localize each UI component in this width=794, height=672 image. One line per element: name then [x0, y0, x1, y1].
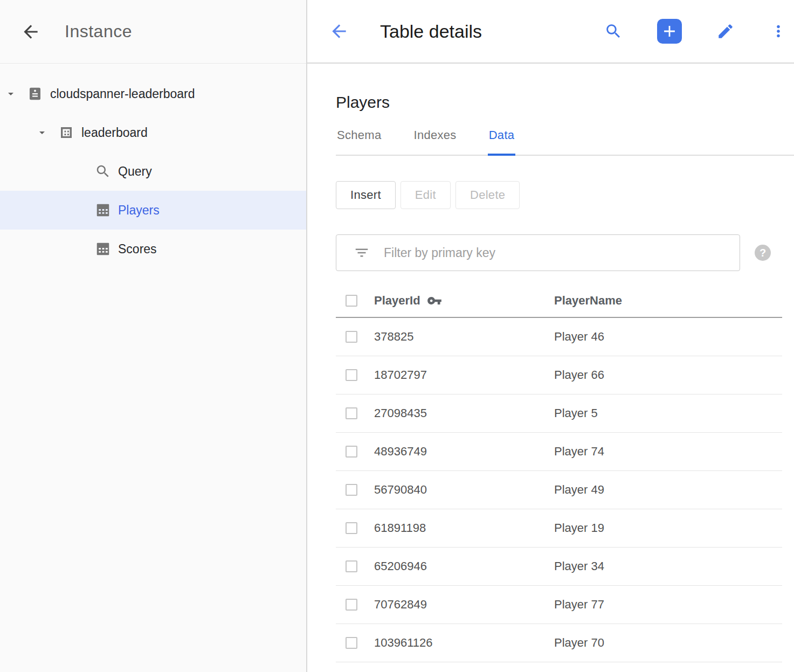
- row-checkbox[interactable]: [346, 484, 357, 496]
- table-details-content: Players Schema Indexes Data Insert Edit …: [307, 64, 794, 662]
- search-icon: [604, 22, 623, 40]
- column-header-label: PlayerId: [374, 294, 420, 308]
- tree-item-instance[interactable]: cloudspanner-leaderboard: [0, 74, 306, 113]
- table-row[interactable]: 70762849 Player 77: [336, 586, 782, 624]
- filter-input[interactable]: [384, 246, 729, 260]
- row-playerid-cell: 27098435: [374, 406, 554, 420]
- row-playername-cell: Player 34: [554, 559, 782, 573]
- edit-button[interactable]: [716, 22, 735, 40]
- row-actions-toolbar: Insert Edit Delete: [336, 181, 794, 209]
- row-playername-cell: Player 49: [554, 483, 782, 497]
- select-all-checkbox[interactable]: [346, 295, 357, 307]
- row-playername-cell: Player 46: [554, 330, 782, 344]
- column-header-playername: PlayerName: [554, 294, 782, 308]
- filter-box: [336, 234, 740, 271]
- database-grid-icon: [58, 124, 74, 141]
- row-checkbox[interactable]: [346, 407, 357, 419]
- main-header: Table details: [307, 0, 794, 64]
- plus-icon: [660, 22, 679, 40]
- row-playerid-cell: 18702797: [374, 368, 554, 382]
- row-playername-cell: Player 19: [554, 521, 782, 535]
- table-icon: [95, 202, 111, 218]
- arrow-back-icon: [329, 21, 349, 41]
- table-row[interactable]: 378825 Player 46: [336, 318, 782, 356]
- row-checkbox[interactable]: [346, 369, 357, 381]
- row-playerid-cell: 56790840: [374, 483, 554, 497]
- primary-key-icon: [427, 293, 442, 308]
- row-playername-cell: Player 77: [554, 598, 782, 612]
- tab-schema[interactable]: Schema: [336, 128, 383, 155]
- table-icon: [95, 241, 111, 257]
- tree-item-query[interactable]: Query: [0, 152, 306, 191]
- more-vert-icon: [769, 22, 788, 40]
- tree-item-database[interactable]: leaderboard: [0, 113, 306, 152]
- row-checkbox[interactable]: [346, 522, 357, 534]
- sidebar-back-button[interactable]: [20, 22, 41, 42]
- chevron-down-icon[interactable]: [36, 126, 49, 139]
- filter-icon: [354, 245, 370, 261]
- header-back-button[interactable]: [329, 21, 349, 41]
- insert-button[interactable]: Insert: [336, 181, 396, 209]
- edit-pencil-icon: [716, 22, 735, 40]
- row-playerid-cell: 65206946: [374, 559, 554, 573]
- table-header-row: PlayerId PlayerName: [336, 285, 782, 318]
- arrow-back-icon: [20, 22, 41, 42]
- data-table: PlayerId PlayerName 378825 Player 46 187…: [336, 285, 782, 662]
- delete-row-button[interactable]: Delete: [455, 181, 520, 209]
- sidebar-header: Instance: [0, 0, 306, 64]
- row-playerid-cell: 103961126: [374, 636, 554, 650]
- help-icon[interactable]: ?: [755, 245, 771, 261]
- row-playerid-cell: 378825: [374, 330, 554, 344]
- table-row[interactable]: 27098435 Player 5: [336, 394, 782, 433]
- table-row[interactable]: 103961126 Player 70: [336, 624, 782, 662]
- row-playername-cell: Player 70: [554, 636, 782, 650]
- row-checkbox[interactable]: [346, 599, 357, 611]
- add-button[interactable]: [657, 19, 682, 44]
- edit-row-button[interactable]: Edit: [401, 181, 451, 209]
- tree-item-label: leaderboard: [81, 126, 148, 140]
- row-checkbox[interactable]: [346, 331, 357, 343]
- table-row[interactable]: 65206946 Player 34: [336, 548, 782, 586]
- row-playername-cell: Player 66: [554, 368, 782, 382]
- tab-indexes[interactable]: Indexes: [413, 128, 458, 155]
- tree-item-players[interactable]: Players: [0, 191, 306, 230]
- tree-item-label: Players: [118, 203, 160, 218]
- sidebar-title: Instance: [65, 22, 132, 41]
- row-playerid-cell: 70762849: [374, 598, 554, 612]
- column-header-playerid: PlayerId: [374, 293, 554, 308]
- row-playername-cell: Player 74: [554, 445, 782, 459]
- page-header-title: Table details: [380, 21, 482, 42]
- tree-item-label: cloudspanner-leaderboard: [50, 87, 195, 101]
- table-row[interactable]: 18702797 Player 66: [336, 356, 782, 394]
- row-checkbox[interactable]: [346, 560, 357, 572]
- tree-item-label: Query: [118, 164, 152, 179]
- row-playerid-cell: 48936749: [374, 445, 554, 459]
- table-row[interactable]: 48936749 Player 74: [336, 433, 782, 471]
- row-checkbox[interactable]: [346, 637, 357, 649]
- row-checkbox[interactable]: [346, 446, 357, 458]
- row-playerid-cell: 61891198: [374, 521, 554, 535]
- search-icon: [95, 163, 111, 179]
- header-actions: [604, 19, 788, 44]
- table-row[interactable]: 56790840 Player 49: [336, 471, 782, 509]
- tab-bar: Schema Indexes Data: [336, 128, 794, 156]
- main-panel: Table details Players Schema: [307, 0, 794, 672]
- sidebar: Instance cloudspanner-leaderboard l: [0, 0, 307, 672]
- table-row[interactable]: 61891198 Player 19: [336, 509, 782, 548]
- explorer-tree: cloudspanner-leaderboard leaderboard Que…: [0, 64, 306, 268]
- table-title: Players: [336, 92, 794, 113]
- instance-database-icon: [27, 86, 43, 102]
- tree-item-label: Scores: [118, 242, 157, 257]
- table-body: 378825 Player 46 18702797 Player 66 2709…: [336, 318, 782, 662]
- tree-item-scores[interactable]: Scores: [0, 230, 306, 268]
- more-menu-button[interactable]: [769, 22, 788, 40]
- filter-row: ?: [336, 234, 794, 271]
- row-playername-cell: Player 5: [554, 406, 782, 420]
- chevron-down-icon[interactable]: [4, 87, 17, 100]
- tab-data[interactable]: Data: [488, 128, 516, 155]
- app-window: Instance cloudspanner-leaderboard l: [0, 0, 794, 672]
- search-button[interactable]: [604, 22, 623, 40]
